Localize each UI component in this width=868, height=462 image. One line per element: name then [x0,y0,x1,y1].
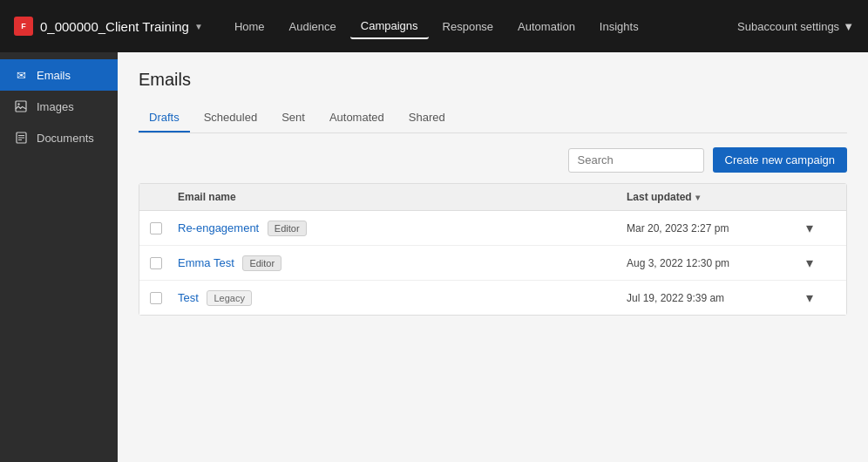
row3-actions-col: ▾ [801,289,836,306]
col-last-updated-header[interactable]: Last updated ▾ [627,191,801,203]
row3-check-col [150,292,178,304]
row1-badge: Editor [268,221,307,236]
images-icon [14,99,28,113]
row2-name-col: Emma Test Editor [178,255,627,271]
row3-action-dropdown[interactable]: ▾ [801,289,818,307]
subaccount-settings-menu[interactable]: Subaccount settings ▼ [737,20,854,33]
row2-updated-col: Aug 3, 2022 12:30 pm [627,257,801,269]
row2-badge: Editor [242,255,281,271]
documents-icon [14,131,28,145]
top-nav: Home Audience Campaigns Response Automat… [224,14,737,39]
row1-email-link[interactable]: Re-engagement [178,221,259,234]
row1-updated-col: Mar 20, 2023 2:27 pm [627,222,801,234]
tabs: Drafts Scheduled Sent Automated Shared [139,104,847,133]
sidebar-item-images[interactable]: Images [0,91,118,122]
col-updated-label: Last updated [627,191,692,203]
nav-item-automation[interactable]: Automation [507,15,586,38]
table-row: Re-engagement Editor Mar 20, 2023 2:27 p… [139,211,846,246]
nav-item-audience[interactable]: Audience [279,15,347,38]
row1-name-col: Re-engagement Editor [178,221,627,236]
svg-point-1 [17,103,19,105]
table-row: Emma Test Editor Aug 3, 2022 12:30 pm ▾ [139,246,846,281]
row2-updated-text: Aug 3, 2022 12:30 pm [627,257,729,269]
row2-action-dropdown[interactable]: ▾ [801,254,818,272]
search-box[interactable] [568,148,704,173]
page-title: Emails [139,70,847,90]
app-title: 0_000000_Client Training ▼ [40,19,203,34]
row1-checkbox[interactable] [150,222,162,234]
row3-name-col: Test Legacy [178,290,627,306]
tab-sent[interactable]: Sent [271,104,315,132]
row2-actions-col: ▾ [801,255,836,271]
sidebar-item-images-label: Images [37,100,74,113]
logo-icon: F [14,17,33,36]
top-bar: F 0_000000_Client Training ▼ Home Audien… [0,0,868,52]
row3-updated-col: Jul 19, 2022 9:39 am [627,292,801,304]
row3-updated-text: Jul 19, 2022 9:39 am [627,292,724,304]
nav-item-home[interactable]: Home [224,15,275,38]
row2-checkbox[interactable] [150,257,162,269]
tab-shared[interactable]: Shared [398,104,456,132]
row1-check-col [150,222,178,234]
tab-scheduled[interactable]: Scheduled [193,104,268,132]
logo-area: F 0_000000_Client Training ▼ [14,17,203,36]
sidebar-item-emails[interactable]: ✉ Emails [0,59,118,91]
row3-email-link[interactable]: Test [178,291,199,304]
nav-item-insights[interactable]: Insights [589,15,649,38]
row2-email-link[interactable]: Emma Test [178,256,234,269]
row3-badge: Legacy [207,290,251,306]
app-title-text: 0_000000_Client Training [40,19,189,34]
row1-actions-col: ▾ [801,220,836,236]
toolbar: Create new campaign [139,147,847,173]
table-row: Test Legacy Jul 19, 2022 9:39 am ▾ [139,281,846,315]
sort-icon: ▾ [695,193,700,202]
search-input[interactable] [578,153,724,166]
subaccount-settings-caret: ▼ [843,20,854,33]
sidebar-item-documents[interactable]: Documents [0,122,118,153]
col-email-name-header: Email name [178,191,627,203]
row2-check-col [150,257,178,269]
app-title-caret[interactable]: ▼ [194,22,203,31]
row3-checkbox[interactable] [150,292,162,304]
tab-automated[interactable]: Automated [319,104,395,132]
nav-item-campaigns[interactable]: Campaigns [350,14,429,39]
svg-rect-0 [16,101,26,112]
create-new-campaign-button[interactable]: Create new campaign [713,147,847,173]
row1-action-dropdown[interactable]: ▾ [801,219,818,237]
row1-updated-text: Mar 20, 2023 2:27 pm [627,222,729,234]
sidebar-item-emails-label: Emails [37,69,71,82]
subaccount-settings-label: Subaccount settings [737,20,839,33]
sidebar: ✉ Emails Images Docum [0,52,118,462]
nav-item-response[interactable]: Response [432,15,505,38]
email-table: Email name Last updated ▾ Re-engagement … [139,183,847,316]
main-content: Emails Drafts Scheduled Sent Automated S… [118,52,868,462]
emails-icon: ✉ [14,68,28,82]
tab-drafts[interactable]: Drafts [139,104,190,132]
layout: ✉ Emails Images Docum [0,52,868,462]
table-header: Email name Last updated ▾ [139,184,846,211]
sidebar-item-documents-label: Documents [37,132,94,145]
